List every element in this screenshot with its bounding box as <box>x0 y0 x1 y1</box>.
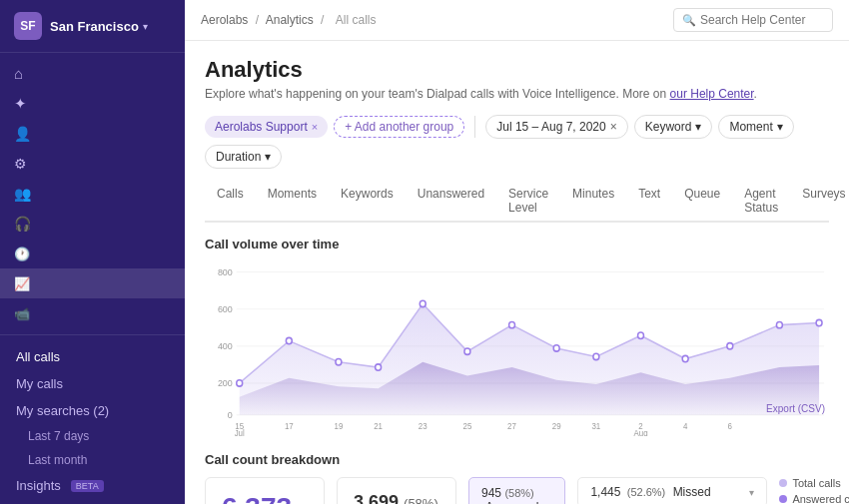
chart-title: Call volume over time <box>205 237 829 252</box>
tab-calls[interactable]: Calls <box>205 181 256 223</box>
workspace-header[interactable]: SF San Francisco ▾ <box>0 0 185 53</box>
legend-answered: Answered calls <box>779 493 849 504</box>
breakdown-title: Call count breakdown <box>205 452 829 467</box>
tab-keywords[interactable]: Keywords <box>329 181 406 223</box>
chart-dot <box>776 321 782 327</box>
sidebar-item-label: My calls <box>16 376 63 391</box>
sidebar-item-label: Insights <box>16 478 61 493</box>
svg-text:Jul: Jul <box>235 429 245 436</box>
search-input[interactable] <box>700 13 820 27</box>
breakdown-row: 6,373 Total Calls 3,699 (58%) Inbound Ca… <box>205 477 829 504</box>
duration-filter[interactable]: Duration ▾ <box>205 145 282 169</box>
chart-area: 800 600 400 200 0 <box>205 261 829 436</box>
breadcrumb: Aerolabs / Analytics / All calls <box>201 13 380 27</box>
tab-service-level[interactable]: Service Level <box>496 181 560 223</box>
sidebar-item-all-calls[interactable]: All calls <box>0 343 185 370</box>
filter-chip-close[interactable]: × <box>312 121 318 133</box>
add-group-button[interactable]: + Add another group <box>334 116 464 138</box>
svg-text:27: 27 <box>507 421 516 430</box>
tab-surveys[interactable]: Surveys <box>790 181 849 223</box>
sidebar-icon-headset[interactable]: 🎧 <box>0 209 185 239</box>
chart-dot <box>682 355 688 361</box>
tab-text[interactable]: Text <box>626 181 672 223</box>
sidebar: SF San Francisco ▾ ⌂ ✦ 👤 ⚙ 👥 🎧 🕐 📈 <box>0 0 185 504</box>
svg-text:200: 200 <box>218 378 233 388</box>
svg-text:600: 600 <box>218 304 233 314</box>
answered-number: 945 <box>481 486 501 500</box>
tab-moments[interactable]: Moments <box>256 181 329 223</box>
chart-dot <box>638 332 644 338</box>
sidebar-icon-chart[interactable]: 📈 <box>0 268 185 298</box>
filter-chip-label: Aerolabs Support <box>215 120 308 134</box>
breakdown-right: 1,445 (52.6%) Missed ▾ 1,108 (40.4%) Aba… <box>577 477 767 504</box>
breadcrumb-analytics[interactable]: Analytics <box>266 13 314 27</box>
sidebar-icon-person[interactable]: 👤 <box>0 119 185 149</box>
insights-badge: BETA <box>71 480 104 492</box>
sidebar-icon-settings[interactable]: ⚙ <box>0 149 185 179</box>
svg-text:21: 21 <box>374 421 383 430</box>
tab-agent-status[interactable]: Agent Status <box>732 181 790 223</box>
sidebar-icon-group[interactable]: 👥 <box>0 179 185 209</box>
svg-text:31: 31 <box>591 421 600 430</box>
missed-item[interactable]: 1,445 (52.6%) Missed ▾ <box>577 477 767 504</box>
chart-svg: 800 600 400 200 0 <box>205 261 829 436</box>
sidebar-item-insights[interactable]: Insights BETA <box>0 472 185 499</box>
sidebar-item-label: My searches (2) <box>16 403 109 418</box>
workspace-name: San Francisco <box>50 19 139 34</box>
tabs-row: Calls Moments Keywords Unanswered Servic… <box>205 181 829 223</box>
keyword-filter[interactable]: Keyword ▾ <box>634 115 713 139</box>
chart-legend: Total calls Answered calls Placed calls … <box>779 477 849 504</box>
breadcrumb-sep2: / <box>321 13 324 27</box>
export-button[interactable]: Export (CSV) <box>766 403 825 414</box>
legend-label-answered: Answered calls <box>792 493 849 504</box>
chart-dot <box>464 348 470 354</box>
svg-text:23: 23 <box>419 421 427 430</box>
tab-minutes[interactable]: Minutes <box>560 181 626 223</box>
chevron-down-icon: ▾ <box>695 120 701 134</box>
total-calls-number: 6,373 <box>222 492 308 504</box>
tab-queue[interactable]: Queue <box>672 181 732 223</box>
legend-label-total: Total calls <box>792 477 840 489</box>
svg-text:4: 4 <box>683 421 688 430</box>
svg-text:17: 17 <box>285 421 294 430</box>
chevron-down-icon: ▾ <box>777 120 783 134</box>
answered-item: 945 (58%) Answered <box>468 477 565 504</box>
sidebar-sub-last-7-days[interactable]: Last 7 days <box>0 424 185 448</box>
chart-dot <box>509 321 515 327</box>
sidebar-icon-star[interactable]: ✦ <box>0 89 185 119</box>
filter-row: Aerolabs Support × + Add another group J… <box>205 115 829 169</box>
search-box[interactable]: 🔍 <box>673 8 833 32</box>
help-center-link[interactable]: our Help Center <box>670 87 754 101</box>
chart-dot <box>727 343 733 349</box>
sidebar-item-my-calls[interactable]: My calls <box>0 370 185 397</box>
page-subtitle: Explore what's happening on your team's … <box>205 87 829 101</box>
breakdown-stacked: 945 (58%) Answered 2,745 (58%) Unanswere… <box>468 477 565 504</box>
svg-text:25: 25 <box>462 421 471 430</box>
sidebar-sub-kpi[interactable]: KPI Intelligence <box>0 499 185 504</box>
sidebar-icon-clock[interactable]: 🕐 <box>0 239 185 268</box>
chart-dot <box>420 300 425 306</box>
page-title: Analytics <box>205 57 829 83</box>
moment-filter[interactable]: Moment ▾ <box>718 115 793 139</box>
date-range-filter[interactable]: Jul 15 – Aug 7, 2020 × <box>485 115 627 139</box>
breadcrumb-aerolabs[interactable]: Aerolabs <box>201 13 248 27</box>
chart-dot <box>237 380 243 386</box>
sidebar-sub-last-month[interactable]: Last month <box>0 448 185 472</box>
date-close-icon[interactable]: × <box>610 120 617 134</box>
sidebar-item-my-searches[interactable]: My searches (2) <box>0 397 185 424</box>
sidebar-nav: All calls My calls My searches (2) Last … <box>0 335 185 504</box>
filter-chip-aerolabs[interactable]: Aerolabs Support × <box>205 116 328 138</box>
total-calls-card: 6,373 Total Calls <box>205 477 325 504</box>
chart-dot <box>816 319 822 325</box>
legend-dot-answered <box>779 495 787 503</box>
workspace-logo: SF <box>14 12 42 40</box>
legend-total: Total calls <box>779 477 849 489</box>
svg-text:800: 800 <box>218 267 233 277</box>
chart-dot <box>286 337 292 343</box>
sidebar-icon-video[interactable]: 📹 <box>0 298 185 328</box>
chevron-down-icon: ▾ <box>265 150 271 164</box>
tab-unanswered[interactable]: Unanswered <box>406 181 496 223</box>
sidebar-icon-home[interactable]: ⌂ <box>0 59 185 89</box>
svg-text:Aug: Aug <box>633 429 648 436</box>
search-icon: 🔍 <box>682 14 696 27</box>
